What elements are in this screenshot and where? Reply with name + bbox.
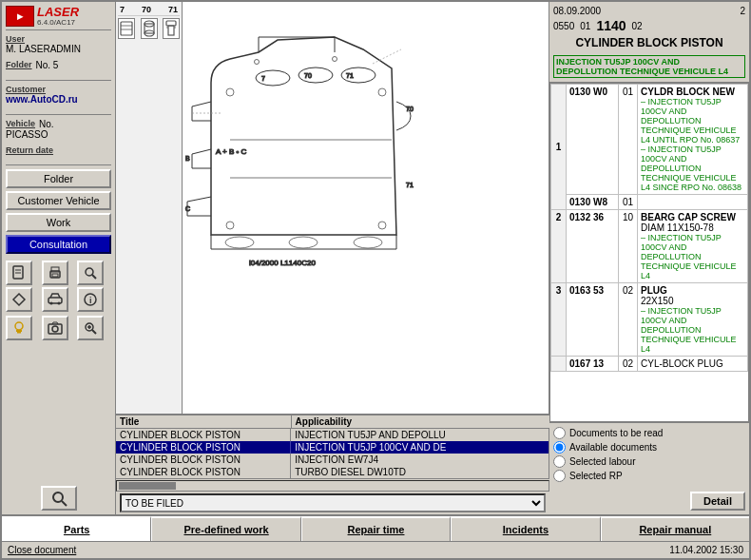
detail-button[interactable]: Detail: [690, 492, 745, 511]
icon-btn-2[interactable]: [42, 261, 68, 285]
work-button[interactable]: Work: [6, 213, 111, 232]
parts-list-row-2[interactable]: CYLINDER BLOCK PISTON INJECTION TU5JP 10…: [116, 441, 549, 454]
part-qty-1a: 01: [619, 85, 638, 195]
parts-list-row-3[interactable]: CYLINDER BLOCK PISTON INJECTION EW7J4: [116, 454, 549, 466]
doc-title: CYLINDER BLOCK PISTON: [553, 36, 745, 49]
part-desc-1: CYLDR BLOCK NEW – INJECTION TU5JP 100CV …: [638, 85, 748, 195]
doc-code1: 0550: [553, 21, 574, 31]
part-desc-3: PLUG 22X150 – INJECTION TU5JP 100CV AND …: [638, 283, 748, 357]
table-row: 0167 13 02 CYL-BLOCK PLUG: [551, 357, 748, 372]
col-header-title: Title: [116, 415, 292, 428]
svg-text:l04/2000 L1140C20: l04/2000 L1140C20: [249, 259, 316, 267]
table-row: 2 0132 36 10 BEARG CAP SCREW DIAM 11X150…: [551, 210, 748, 283]
thumb-label-70: 70: [142, 5, 151, 14]
part-row-num-1: 1: [551, 85, 567, 210]
radio-documents-to-read[interactable]: [553, 427, 566, 439]
user-name: M. LASERADMIN: [6, 44, 111, 54]
part-code-1a: 0130 W0: [567, 85, 619, 195]
svg-text:70: 70: [406, 106, 414, 112]
svg-rect-5: [52, 274, 58, 277]
radio-label-4: Selected RP: [569, 471, 623, 481]
svg-text:i: i: [89, 296, 92, 305]
icon-btn-6[interactable]: i: [77, 287, 104, 312]
doc-date: 08.09.2000: [553, 6, 601, 16]
app-logo: LASER: [37, 6, 79, 18]
parts-list-scrollbar[interactable]: [116, 478, 549, 492]
thumbnail-71[interactable]: [163, 18, 180, 39]
part-qty-3: 02: [619, 283, 638, 357]
svg-text:B: B: [185, 155, 190, 162]
close-document-link[interactable]: Close document: [8, 545, 76, 555]
svg-point-9: [49, 302, 52, 305]
thumb-label-7: 7: [120, 5, 125, 14]
icon-btn-9[interactable]: [77, 316, 104, 340]
part-desc-2: BEARG CAP SCREW DIAM 11X150-78 – INJECTI…: [638, 210, 748, 283]
svg-point-49: [255, 60, 260, 65]
icon-btn-7[interactable]: [6, 316, 32, 340]
vehicle-label: Vehicle: [6, 119, 35, 129]
svg-line-19: [92, 330, 96, 334]
tab-repair-manual[interactable]: Repair manual: [601, 516, 749, 541]
svg-rect-31: [168, 26, 174, 35]
icon-btn-5[interactable]: [42, 287, 68, 312]
svg-point-45: [378, 222, 386, 229]
customer-vehicle-button[interactable]: Customer Vehicle: [6, 191, 111, 210]
parts-list-row-1[interactable]: CYLINDER BLOCK PISTON INJECTION TU5JP AN…: [116, 429, 549, 441]
filed-select[interactable]: TO BE FILED: [120, 493, 546, 512]
return-date-label: Return date: [6, 145, 111, 155]
svg-line-47: [373, 49, 401, 64]
svg-text:A + B • C: A + B • C: [216, 147, 247, 156]
svg-text:71: 71: [406, 182, 414, 188]
thumbnail-70[interactable]: [141, 18, 158, 39]
folder-button[interactable]: Folder: [6, 169, 111, 188]
icon-btn-1[interactable]: [6, 261, 32, 285]
svg-rect-15: [17, 332, 21, 334]
svg-text:71: 71: [346, 72, 354, 79]
folder-label: Folder: [6, 60, 32, 70]
parts-list-cell-applicability-2: INJECTION TU5JP 100CV AND DE: [291, 441, 549, 454]
part-desc-1b: [638, 195, 748, 210]
svg-text:7: 7: [261, 75, 265, 82]
consultation-button[interactable]: Consultation: [6, 235, 111, 254]
thumbnail-7[interactable]: [118, 18, 135, 39]
radio-label-3: Selected labour: [569, 456, 636, 467]
radio-available-documents[interactable]: [553, 441, 566, 454]
parts-list-cell-title-3: CYLINDER BLOCK PISTON: [116, 454, 291, 466]
svg-rect-14: [16, 330, 22, 332]
svg-point-41: [354, 237, 382, 248]
parts-list-row-4[interactable]: CYLINDER BLOCK PISTON TURBO DIESEL DW10T…: [116, 466, 549, 478]
doc-num1: 2: [740, 6, 745, 16]
tab-repair-time[interactable]: Repair time: [301, 516, 451, 541]
user-label: User: [6, 34, 111, 44]
svg-point-43: [378, 88, 386, 96]
radio-options-section: Documents to be read Available documents…: [549, 422, 749, 488]
radio-selected-labour[interactable]: [553, 455, 566, 468]
svg-point-22: [53, 492, 63, 502]
svg-text:70: 70: [304, 72, 312, 79]
icon-btn-bottom[interactable]: [41, 486, 77, 511]
status-bar: Close document 11.04.2002 15:30: [2, 541, 749, 558]
icon-btn-3[interactable]: [77, 261, 104, 285]
svg-point-10: [57, 302, 60, 305]
icon-btn-4[interactable]: [6, 287, 32, 312]
doc-code3: 1140: [596, 18, 626, 33]
tab-parts[interactable]: Parts: [2, 516, 151, 541]
parts-list-cell-title-2: CYLINDER BLOCK PISTON: [116, 441, 291, 454]
part-row-num-extra: [551, 357, 567, 372]
tab-predefined-work[interactable]: Pre-defined work: [151, 516, 300, 541]
engine-diagram: A + B • C 7 70 71 B C: [183, 7, 420, 273]
radio-selected-rp[interactable]: [553, 470, 566, 482]
detail-btn-row: Detail: [549, 488, 749, 514]
svg-point-40: [289, 237, 318, 248]
svg-point-42: [226, 88, 234, 96]
icon-btn-8[interactable]: [42, 316, 68, 340]
part-desc-extra: CYL-BLOCK PLUG: [638, 357, 748, 372]
logo-icon: ▶: [6, 6, 34, 27]
filed-row: TO BE FILED: [116, 492, 549, 514]
customer-value: www.AutoCD.ru: [6, 94, 111, 105]
bottom-tabs: Parts Pre-defined work Repair time Incid…: [2, 514, 749, 541]
folder-value: No. 5: [36, 60, 59, 70]
tab-incidents[interactable]: Incidents: [451, 516, 600, 541]
doc-code4: 02: [632, 21, 643, 31]
vehicle-name: PICASSO: [6, 129, 111, 140]
